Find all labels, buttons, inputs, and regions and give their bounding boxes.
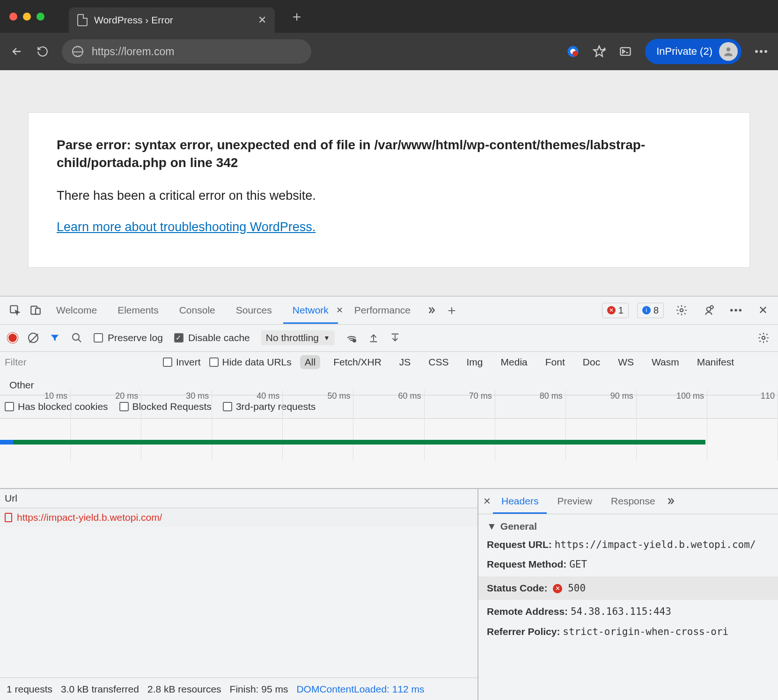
clear-button[interactable] <box>28 333 38 343</box>
disclosure-triangle-icon: ▼ <box>487 521 497 532</box>
request-list-header[interactable]: Url <box>0 489 477 508</box>
filter-all[interactable]: All <box>300 355 320 369</box>
request-list: Url https://impact-yield.b.wetopi.com/ 1… <box>0 489 478 700</box>
tab-console[interactable]: Console <box>170 297 225 323</box>
import-har-icon[interactable] <box>368 333 379 343</box>
inspect-element-icon[interactable] <box>6 304 24 316</box>
tab-network[interactable]: Network <box>283 297 338 323</box>
error-card: Parse error: syntax error, unexpected en… <box>28 112 750 268</box>
filter-doc[interactable]: Doc <box>578 355 605 369</box>
page-icon <box>77 14 88 26</box>
kv-referrer-policy: Referrer Policy: strict-origin-when-cros… <box>487 624 770 640</box>
favorites-icon[interactable] <box>593 45 606 58</box>
filter-input[interactable]: Filter <box>5 355 154 370</box>
more-tabs-icon[interactable] <box>422 306 440 315</box>
more-detail-tabs-icon[interactable] <box>666 496 675 506</box>
kv-remote-address: Remote Address: 54.38.163.115:443 <box>487 604 770 620</box>
toolbar-right: InPrivate (2) <box>566 39 768 64</box>
timeline-bar-start <box>0 440 13 445</box>
network-toolbar: Preserve log ✓Disable cache No throttlin… <box>0 325 778 352</box>
tab-elements[interactable]: Elements <box>108 297 168 323</box>
status-transferred: 3.0 kB transferred <box>61 684 139 695</box>
request-detail-panel: ✕ Headers Preview Response ▼ General Req… <box>478 489 778 700</box>
troubleshoot-link[interactable]: Learn more about troubleshooting WordPre… <box>57 220 316 234</box>
detail-tab-headers[interactable]: Headers <box>493 489 547 513</box>
kv-request-url: Request URL: https://impact-yield.b.weto… <box>487 537 770 553</box>
site-identity-icon[interactable] <box>72 46 83 57</box>
error-count-badge[interactable]: ✕ 1 <box>602 303 629 318</box>
close-tab-icon[interactable]: ✕ <box>258 14 266 26</box>
chevron-down-icon: ▼ <box>323 334 330 342</box>
close-window-button[interactable] <box>9 13 17 21</box>
network-conditions-icon[interactable] <box>346 332 357 343</box>
throttling-select[interactable]: No throttling ▼ <box>261 330 335 345</box>
collections-icon[interactable] <box>619 45 632 58</box>
svg-rect-10 <box>36 308 40 314</box>
request-url: https://impact-yield.b.wetopi.com/ <box>17 512 162 523</box>
network-body: Url https://impact-yield.b.wetopi.com/ 1… <box>0 489 778 700</box>
more-menu-icon[interactable] <box>755 50 768 53</box>
svg-point-14 <box>730 309 733 312</box>
maximize-window-button[interactable] <box>37 13 44 21</box>
filter-font[interactable]: Font <box>541 355 570 369</box>
timeline-tick: 60 ms <box>353 390 424 460</box>
hide-data-urls-checkbox[interactable]: Hide data URLs <box>209 357 292 368</box>
svg-point-6 <box>760 50 763 53</box>
device-toolbar-icon[interactable] <box>26 304 45 316</box>
back-button[interactable] <box>10 45 23 58</box>
tab-sources[interactable]: Sources <box>227 297 281 323</box>
status-requests: 1 requests <box>7 684 52 695</box>
filter-manifest[interactable]: Manifest <box>692 355 739 369</box>
info-count-badge[interactable]: i 8 <box>637 303 664 318</box>
detail-tab-response[interactable]: Response <box>602 489 664 513</box>
close-devtools-icon[interactable]: ✕ <box>754 304 772 317</box>
detail-body: ▼ General Request URL: https://impact-yi… <box>478 514 778 650</box>
general-section-title[interactable]: ▼ General <box>487 521 770 532</box>
timeline-tick: 70 ms <box>425 390 495 460</box>
filter-toggle-icon[interactable] <box>50 333 60 343</box>
error-icon: ✕ <box>607 306 616 314</box>
network-timeline[interactable]: 10 ms20 ms30 ms40 ms50 ms60 ms70 ms80 ms… <box>0 419 778 489</box>
close-detail-icon[interactable]: ✕ <box>483 496 491 507</box>
timeline-bar <box>1 440 705 445</box>
filter-img[interactable]: Img <box>462 355 488 369</box>
settings-gear-icon[interactable] <box>672 304 691 316</box>
filter-wasm[interactable]: Wasm <box>647 355 684 369</box>
filter-css[interactable]: CSS <box>424 355 453 369</box>
svg-point-18 <box>353 339 356 342</box>
svg-point-7 <box>764 50 767 53</box>
feedback-icon[interactable] <box>699 304 718 316</box>
record-button[interactable] <box>8 334 17 342</box>
network-status-bar: 1 requests 3.0 kB transferred 2.8 kB res… <box>0 678 477 700</box>
svg-point-17 <box>73 334 79 340</box>
new-tab-button[interactable]: ＋ <box>290 7 304 26</box>
tab-performance[interactable]: Performance <box>345 297 420 323</box>
filter-js[interactable]: JS <box>395 355 416 369</box>
disable-cache-checkbox[interactable]: ✓Disable cache <box>174 332 250 343</box>
timeline-tick: 40 ms <box>212 390 283 460</box>
devtools-menu-icon[interactable] <box>727 308 745 312</box>
request-row[interactable]: https://impact-yield.b.wetopi.com/ <box>0 508 477 527</box>
add-tab-icon[interactable]: ＋ <box>442 301 461 319</box>
detail-tab-preview[interactable]: Preview <box>549 489 601 513</box>
minimize-window-button[interactable] <box>23 13 31 21</box>
filter-fetch[interactable]: Fetch/XHR <box>329 355 386 369</box>
tab-welcome[interactable]: Welcome <box>47 297 106 323</box>
export-har-icon[interactable] <box>390 333 400 343</box>
svg-point-16 <box>739 309 742 312</box>
preserve-log-checkbox[interactable]: Preserve log <box>94 332 163 343</box>
invert-checkbox[interactable]: Invert <box>163 357 201 368</box>
page-viewport: Parse error: syntax error, unexpected en… <box>0 70 778 296</box>
reload-button[interactable] <box>37 45 49 58</box>
network-settings-icon[interactable] <box>757 332 770 344</box>
filter-media[interactable]: Media <box>496 355 532 369</box>
search-icon[interactable] <box>71 332 82 343</box>
omnibox[interactable]: https://lorem.com <box>62 39 311 64</box>
browser-tab[interactable]: WordPress › Error ✕ <box>69 7 275 33</box>
kv-request-method: Request Method: GET <box>487 556 770 573</box>
inprivate-badge[interactable]: InPrivate (2) <box>645 39 741 64</box>
detail-tabs: ✕ Headers Preview Response <box>478 489 778 514</box>
tracking-icon[interactable] <box>566 45 580 58</box>
svg-point-19 <box>762 336 765 340</box>
filter-ws[interactable]: WS <box>613 355 639 369</box>
